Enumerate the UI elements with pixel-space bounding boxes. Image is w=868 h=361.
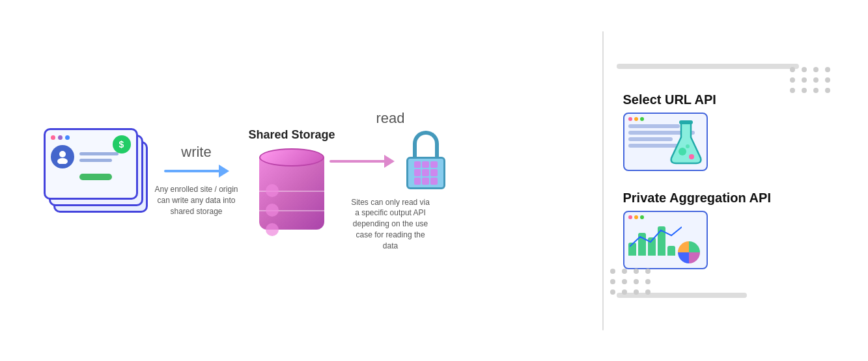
write-section: write Any enrolled site / origin can wri… [154,144,239,217]
dot-pink [51,135,55,140]
lock-cell [414,161,421,168]
arrow-pink-line [329,160,388,163]
lock-cell [414,169,421,176]
lock-grid [414,161,438,185]
pai-dot-3 [640,215,644,219]
r-dot [813,77,819,83]
avatar-line-1 [79,152,119,155]
lock-cell [430,169,438,176]
sui-line-3 [628,137,673,141]
flask-icon [668,119,704,166]
read-section: read [345,110,436,252]
read-caption: Sites can only read via a specific outpu… [348,197,433,252]
select-url-title: Select URL API [623,92,716,107]
sui-dot-1 [628,117,632,121]
dot-grid-top-right [790,67,832,93]
read-label: read [376,110,405,127]
r-dot [634,289,639,295]
lock-body [406,157,445,189]
svg-point-5 [686,144,690,148]
private-agg-illustration [623,211,708,269]
flow-section: $ wri [44,97,589,265]
svg-point-1 [57,158,68,164]
r-dot [645,279,651,284]
select-url-info: Select URL API [623,92,716,171]
lock-icon [400,131,452,189]
storage-section: Shared Storage [249,128,335,233]
lock-shackle [413,131,439,157]
r-dot [825,77,830,83]
r-dot [802,77,807,83]
pai-dot-2 [634,215,638,219]
private-agg-api-card: Private Aggregation API [623,191,819,269]
site-card-main: $ [44,128,138,200]
r-dot [790,67,795,72]
private-agg-info: Private Aggregation API [623,191,771,269]
r-dot [825,88,830,93]
r-dot [813,88,819,93]
arrow-blue-line [164,170,223,172]
sui-dot-3 [640,117,644,121]
sui-dot-2 [634,117,638,121]
write-label: write [181,144,211,161]
r-dot [622,269,627,274]
write-caption: Any enrolled site / origin can write any… [154,184,239,217]
r-dot [645,269,651,274]
pai-chart [624,221,707,257]
pai-dot-1 [628,215,632,219]
lock-cell [414,178,421,185]
person-icon [55,150,70,164]
vertical-divider [602,31,604,330]
arrow-head-pink [384,155,395,168]
lock-cell [430,178,438,185]
card-button [79,174,112,180]
dot-blue [65,135,70,140]
r-dot [825,67,830,72]
private-agg-title: Private Aggregation API [623,191,771,206]
lock-cell [422,169,429,176]
right-panel-outer: Select URL API [617,64,825,298]
r-dot [802,88,807,93]
r-dot [610,289,615,295]
svg-point-4 [689,154,694,159]
main-diagram: $ wri [44,12,825,350]
cylinder-stripe-1 [266,184,279,197]
pai-dots [624,212,707,221]
r-dot [610,279,615,284]
lock-cell [422,161,429,168]
avatar-line-2 [79,159,112,162]
cylinder [259,148,324,233]
svg-point-0 [59,151,66,157]
pie-chart-icon [677,240,701,265]
api-section: Select URL API [617,79,825,282]
avatar-lines [79,152,119,162]
r-dot [813,67,819,72]
r-dot [622,289,627,295]
svg-point-3 [679,148,686,155]
read-arrow [329,155,395,168]
r-dot [645,289,651,295]
r-dot [790,88,795,93]
dot-grid-bottom-left [610,269,652,295]
cylinder-top [259,148,324,167]
r-dot [802,67,807,72]
lock-cell [430,161,438,168]
cylinder-stripe-2 [266,204,279,217]
r-dot [610,269,615,274]
r-dot [622,279,627,284]
lock-cell [422,178,429,185]
r-dot [634,279,639,284]
cylinder-body [259,158,324,230]
avatar-circle [51,145,74,168]
arrow-head-right [219,165,229,178]
r-dot [634,269,639,274]
top-gray-bar [617,64,799,69]
site-card-stack: $ [44,128,148,232]
write-arrow [164,165,229,178]
svg-rect-2 [679,120,693,124]
r-dot [790,77,795,83]
read-arrow-lock [329,131,452,192]
select-url-illustration [623,113,708,171]
line-chart [630,224,682,250]
storage-label: Shared Storage [249,128,335,142]
